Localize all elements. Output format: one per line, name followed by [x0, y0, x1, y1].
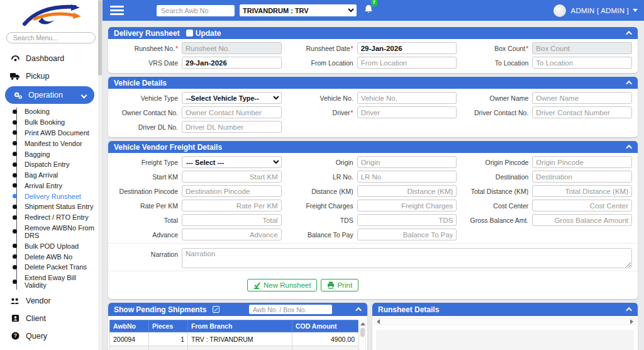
column-from-branch[interactable]: From Branch — [188, 320, 292, 332]
sidebar-item-remove-awbno-from-drs[interactable]: Remove AWBNo From DRS — [0, 223, 102, 241]
vehicle-type-select[interactable]: --Select Vehicle Type-- — [182, 92, 282, 104]
sidebar-item-arrival-entry[interactable]: Arrival Entry — [0, 180, 102, 191]
tds-input[interactable] — [357, 214, 457, 226]
sidebar-item-delete-packet-trans[interactable]: Delete Packet Trans — [0, 262, 102, 273]
sidebar-item-dashboard[interactable]: Dashboard — [0, 50, 102, 67]
app-window: Dashboard Pickup Operation Booking Bulk … — [0, 0, 644, 350]
owner-name-input[interactable] — [532, 92, 632, 104]
sidebar-item-bulk-booking[interactable]: Bulk Booking — [0, 117, 102, 128]
owner-contact-input[interactable] — [182, 106, 282, 118]
column-pieces[interactable]: Pieces — [149, 320, 188, 332]
collapse-chevron-icon[interactable] — [626, 145, 632, 151]
print-button[interactable]: Print — [321, 279, 358, 291]
sidebar-item-print-awb-document[interactable]: Print AWB Document — [0, 128, 102, 138]
user-menu-caret-icon[interactable] — [633, 9, 638, 12]
panel-title: Delivery Runsheet — [114, 29, 180, 38]
distance-km-input[interactable] — [357, 185, 457, 197]
update-checkbox[interactable] — [186, 30, 193, 37]
user-avatar[interactable] — [553, 4, 566, 17]
sidebar-item-bagging[interactable]: Bagging — [0, 149, 102, 159]
origin-pincode-input[interactable] — [532, 156, 632, 168]
panel-title: Show Pending Shipments — [114, 305, 206, 314]
sidebar-item-query[interactable]: ? Query — [0, 327, 102, 345]
awb-box-filter-input[interactable] — [249, 305, 332, 314]
sidebar-item-delivery-runsheet[interactable]: Delivery Runsheet — [0, 191, 102, 201]
runsheet-details-horizontal-scrollbar[interactable] — [374, 318, 636, 325]
sidebar-item-pickup[interactable]: Pickup — [0, 67, 102, 85]
runsheet-no-input — [182, 42, 282, 54]
sidebar-item-dispatch-entry[interactable]: Dispatch Entry — [0, 159, 102, 170]
dashboard-icon — [10, 54, 20, 63]
scroll-up-arrow[interactable] — [360, 322, 365, 325]
question-circle-icon: ? — [10, 332, 20, 341]
vrs-date-input[interactable] — [182, 57, 282, 69]
new-runsheet-button[interactable]: New Runsheet — [247, 279, 317, 291]
awb-search-input[interactable] — [157, 5, 235, 16]
field-freight-type: Freight Type --- Select --- — [114, 156, 282, 168]
field-narration: Narration — [114, 246, 632, 268]
main-area: TRIVANDRUM : TRV 7 ADMIN [ ADMIN ] Deliv… — [103, 0, 644, 350]
field-total: Total — [114, 214, 282, 226]
freight-charges-input[interactable] — [357, 200, 457, 212]
branch-select[interactable]: TRIVANDRUM : TRV — [240, 4, 357, 16]
check-underline-icon — [253, 282, 261, 289]
origin-input[interactable] — [357, 156, 457, 168]
field-tds: TDS — [289, 214, 457, 226]
driver-dl-input[interactable] — [182, 121, 282, 133]
sidebar-item-label: Vendor — [26, 296, 51, 305]
sidebar-scrollbar[interactable] — [98, 0, 102, 350]
from-location-input[interactable] — [357, 57, 457, 69]
table-row[interactable]: 200092 1 TRV : TRIVANDRUM 0.00 — [110, 346, 358, 350]
collapse-chevron-icon[interactable] — [626, 81, 632, 87]
sidebar-item-manifest-to-vendor[interactable]: Manifest to Vendor — [0, 138, 102, 149]
gross-balance-input[interactable] — [532, 214, 632, 226]
sidebar-item-vendor[interactable]: Vendor — [0, 292, 102, 310]
cost-center-input[interactable] — [532, 200, 632, 212]
start-km-input[interactable] — [182, 171, 282, 183]
vehicle-no-input[interactable] — [357, 92, 457, 104]
sidebar-item-booking[interactable]: Booking — [0, 106, 102, 117]
scroll-right-arrow[interactable] — [630, 319, 633, 324]
freight-type-select[interactable]: --- Select --- — [182, 156, 282, 168]
sidebar-scrollbar-thumb[interactable] — [98, 0, 102, 76]
total-distance-input[interactable] — [532, 185, 632, 197]
lr-no-input[interactable] — [357, 171, 457, 183]
advance-input[interactable] — [182, 229, 282, 240]
sidebar-item-client[interactable]: Client — [0, 310, 102, 327]
sidebar-item-redirect-rto-entry[interactable]: Redirect / RTO Entry — [0, 212, 102, 223]
sidebar-item-extend-eway-bill-validity[interactable]: Extend Eway Bill Validity — [0, 273, 102, 291]
to-location-input[interactable] — [532, 57, 632, 69]
sidebar-item-operation[interactable]: Operation — [5, 86, 94, 104]
collapse-chevron-icon[interactable] — [626, 307, 632, 313]
hamburger-menu-icon[interactable] — [110, 6, 124, 15]
notification-count-badge: 7 — [371, 0, 377, 6]
sidebar-item-master[interactable]: Master — [0, 345, 102, 350]
collapse-chevron-icon[interactable] — [355, 307, 362, 313]
bullet-icon — [13, 244, 17, 248]
field-vehicle-type: Vehicle Type --Select Vehicle Type-- — [114, 92, 282, 104]
runsheet-date-input[interactable] — [357, 42, 457, 54]
narration-textarea[interactable] — [182, 248, 632, 268]
destination-pincode-input[interactable] — [182, 185, 282, 197]
notification-bell[interactable]: 7 — [364, 4, 373, 16]
balance-to-pay-input[interactable] — [357, 229, 457, 240]
collapse-chevron-icon[interactable] — [626, 31, 632, 37]
destination-input[interactable] — [532, 171, 632, 183]
scroll-left-arrow[interactable] — [377, 319, 380, 324]
scrollbar-thumb[interactable] — [360, 328, 365, 337]
show-pending-checkbox[interactable]: ✓ — [213, 306, 219, 313]
field-distance-km: Distance (KM) — [289, 185, 457, 197]
table-row[interactable]: 200094 1 TRV : TRIVANDRUM 4900.00 — [110, 332, 358, 346]
sidebar-item-bag-arrival[interactable]: Bag Arrival — [0, 170, 102, 181]
column-cod-amount[interactable]: COD Amount — [292, 320, 358, 332]
total-input[interactable] — [182, 214, 282, 226]
rate-per-km-input[interactable] — [182, 200, 282, 212]
sidebar-item-delete-awb-no[interactable]: Delete AWB No — [0, 251, 102, 262]
driver-contact-input[interactable] — [532, 106, 632, 118]
table-vertical-scrollbar[interactable] — [359, 320, 366, 350]
sidebar-item-bulk-pod-upload[interactable]: Bulk POD Upload — [0, 240, 102, 251]
sidebar-search-input[interactable] — [6, 32, 96, 43]
driver-input[interactable] — [357, 106, 457, 118]
sidebar-item-shipment-status-entry[interactable]: Shipment Status Entry — [0, 201, 102, 212]
column-awbno[interactable]: AwbNo — [110, 320, 149, 332]
